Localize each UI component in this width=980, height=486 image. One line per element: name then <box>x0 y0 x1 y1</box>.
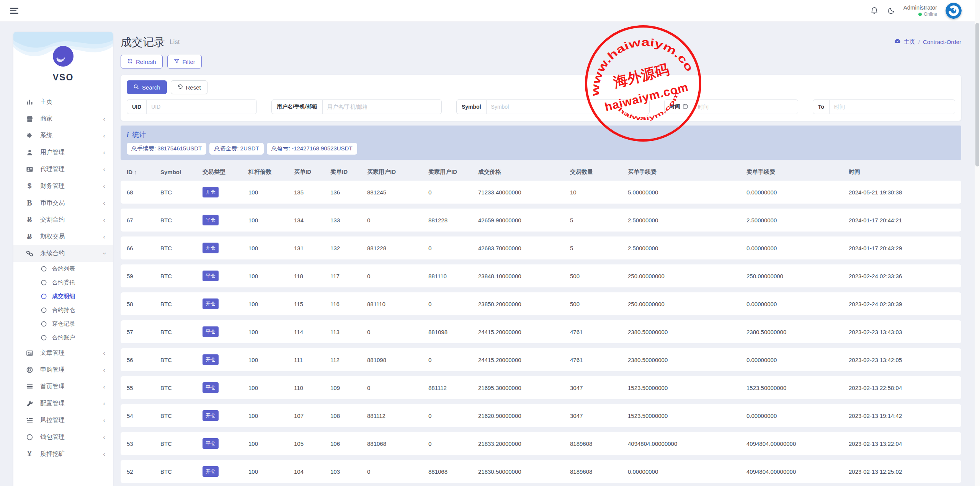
submenu-item-合约账户[interactable]: 合约账户 <box>13 331 113 344</box>
cell-time: 2024-01-17 20:44:21 <box>849 217 961 223</box>
filter-button[interactable]: Filter <box>167 55 202 68</box>
chevron-left-icon: ‹ <box>101 252 108 254</box>
cell-type: 开仓 <box>203 243 248 253</box>
sidebar-item-交割合约[interactable]: Ƀ交割合约‹ <box>13 211 113 228</box>
cell-time: 2023-02-24 02:33:36 <box>849 273 961 279</box>
lifering-icon <box>25 366 34 373</box>
cell-type: 平仓 <box>203 438 248 449</box>
sidebar-item-配置管理[interactable]: 配置管理‹ <box>13 395 113 412</box>
stat-chip: 总手续费: 381754615USDT <box>127 143 206 155</box>
sidebar-item-风控管理[interactable]: 风控管理‹ <box>13 412 113 429</box>
user-block[interactable]: Administrator Online <box>903 4 937 17</box>
cell-buyer_uid: 881245 <box>367 189 428 196</box>
column-header-交易类型: 交易类型 <box>203 168 248 176</box>
cell-qty: 3047 <box>570 413 628 419</box>
table-row[interactable]: 54BTC开仓100107108881112021620.90000000304… <box>121 404 961 427</box>
cell-buy_id: 135 <box>294 189 330 196</box>
undo-icon <box>177 84 183 91</box>
column-header-ID[interactable]: ID↑ <box>127 169 160 175</box>
hamburger-icon[interactable] <box>10 6 18 15</box>
breadcrumb-home[interactable]: 主页 <box>904 38 915 46</box>
cell-type: 开仓 <box>203 187 248 197</box>
sidebar-item-用户管理[interactable]: 用户管理‹ <box>13 144 113 161</box>
sidebar-item-label: 申购管理 <box>40 366 65 374</box>
sidebar-item-label: 财务管理 <box>40 182 65 190</box>
table-row[interactable]: 59BTC平仓100118117088111023848.10000000500… <box>121 264 961 287</box>
chevron-left-icon: ‹ <box>103 166 105 173</box>
cell-sell_id: 113 <box>330 329 367 335</box>
filter-input-To[interactable] <box>830 100 955 114</box>
table-row[interactable]: 55BTC平仓100110109088111221695.30000000304… <box>121 376 961 399</box>
submenu-item-合约委托[interactable]: 合约委托 <box>13 276 113 289</box>
store-icon <box>25 115 34 122</box>
filter-input-时间[interactable] <box>693 100 798 114</box>
column-header-卖单ID: 卖单ID <box>330 168 367 176</box>
cell-leverage: 100 <box>248 217 294 223</box>
sidebar-item-申购管理[interactable]: 申购管理‹ <box>13 361 113 378</box>
column-header-时间: 时间 <box>849 168 961 176</box>
page-scrollbar[interactable] <box>975 0 980 486</box>
cell-sell_fee: 0.00000000 <box>746 301 849 307</box>
table-row[interactable]: 53BTC平仓100105106881068021833.20000000818… <box>121 432 961 455</box>
cell-type: 平仓 <box>203 215 248 225</box>
sidebar-item-首页管理[interactable]: 首页管理‹ <box>13 378 113 395</box>
bell-icon[interactable] <box>870 7 879 15</box>
table-row[interactable]: 57BTC平仓100114113088109824415.20000000476… <box>121 320 961 343</box>
sidebar-item-质押挖矿[interactable]: ¥质押挖矿‹ <box>13 445 113 462</box>
sidebar-item-财务管理[interactable]: $财务管理‹ <box>13 178 113 194</box>
sidebar-item-币币交易[interactable]: B币币交易‹ <box>13 194 113 211</box>
submenu-item-合约列表[interactable]: 合约列表 <box>13 262 113 276</box>
cell-sell_fee: 0.00000000 <box>746 245 849 251</box>
chevron-left-icon: ‹ <box>103 233 105 240</box>
cell-buyer_uid: 881112 <box>367 413 428 419</box>
submenu-item-合约持仓[interactable]: 合约持仓 <box>13 303 113 317</box>
cell-type: 开仓 <box>203 354 248 365</box>
search-icon <box>133 84 139 91</box>
cell-type: 开仓 <box>203 298 248 309</box>
scrollbar-thumb[interactable] <box>975 23 979 166</box>
cell-buy_fee: 2380.50000000 <box>628 357 746 363</box>
cell-seller_uid: 881112 <box>428 385 478 391</box>
cell-sell_id: 109 <box>330 385 367 391</box>
cell-seller_uid: 881228 <box>428 217 478 223</box>
table-row[interactable]: 67BTC平仓100134133088122842659.9000000052.… <box>121 209 961 232</box>
sidebar-item-主页[interactable]: 主页 <box>13 93 113 110</box>
table-row[interactable]: 52BTC开仓100104103088106821830.50000000818… <box>121 460 961 483</box>
sidebar-item-label: 风控管理 <box>40 416 65 424</box>
search-button[interactable]: Search <box>127 80 167 94</box>
cell-time: 2024-05-21 19:30:38 <box>849 189 961 196</box>
submenu-item-成交明细[interactable]: 成交明细 <box>13 289 113 303</box>
vso-logo-icon[interactable] <box>52 46 74 68</box>
sidebar-item-商家[interactable]: 商家‹ <box>13 110 113 127</box>
trade-type-badge: 平仓 <box>203 382 219 393</box>
statistics-title: i 统计 <box>127 130 955 139</box>
column-header-卖家用户ID: 卖家用户ID <box>428 168 478 176</box>
table-row[interactable]: 66BTC开仓100131132881228042683.7000000052.… <box>121 236 961 259</box>
sidebar-item-系统[interactable]: 系统‹ <box>13 127 113 144</box>
table-row[interactable]: 56BTC开仓100111112881098024415.20000000476… <box>121 348 961 371</box>
breadcrumb-current[interactable]: Contract-Order <box>923 39 961 45</box>
filter-input-用户名/手机/邮箱[interactable] <box>323 100 441 114</box>
submenu-item-穿仓记录[interactable]: 穿仓记录 <box>13 317 113 331</box>
cell-symbol: BTC <box>160 468 203 475</box>
moon-icon[interactable] <box>887 7 895 15</box>
chevron-left-icon: ‹ <box>103 400 105 407</box>
yen-icon: ¥ <box>25 450 34 458</box>
avatar[interactable] <box>946 3 962 19</box>
sidebar-item-期权交易[interactable]: Ƀ期权交易‹ <box>13 228 113 245</box>
reset-button[interactable]: Reset <box>171 80 207 94</box>
logo-text: VSO <box>13 72 113 83</box>
table-row[interactable]: 58BTC开仓100115116881110023850.20000000500… <box>121 292 961 315</box>
cell-time: 2023-02-23 13:42:05 <box>849 357 961 363</box>
cell-seller_uid: 881068 <box>428 468 478 475</box>
sidebar-item-钱包管理[interactable]: 钱包管理‹ <box>13 429 113 445</box>
table-row[interactable]: 68BTC开仓100135136881245071233.40000000105… <box>121 181 961 204</box>
refresh-button[interactable]: Refresh <box>121 55 163 68</box>
cell-buyer_uid: 881068 <box>367 440 428 447</box>
sidebar-item-永续合约[interactable]: 永续合约‹ <box>13 245 113 262</box>
filter-input-UID[interactable] <box>147 100 256 114</box>
sidebar-item-代理管理[interactable]: 代理管理‹ <box>13 161 113 178</box>
sidebar-item-文章管理[interactable]: 文章管理‹ <box>13 344 113 361</box>
cell-symbol: BTC <box>160 301 203 307</box>
filter-input-Symbol[interactable] <box>487 100 649 114</box>
